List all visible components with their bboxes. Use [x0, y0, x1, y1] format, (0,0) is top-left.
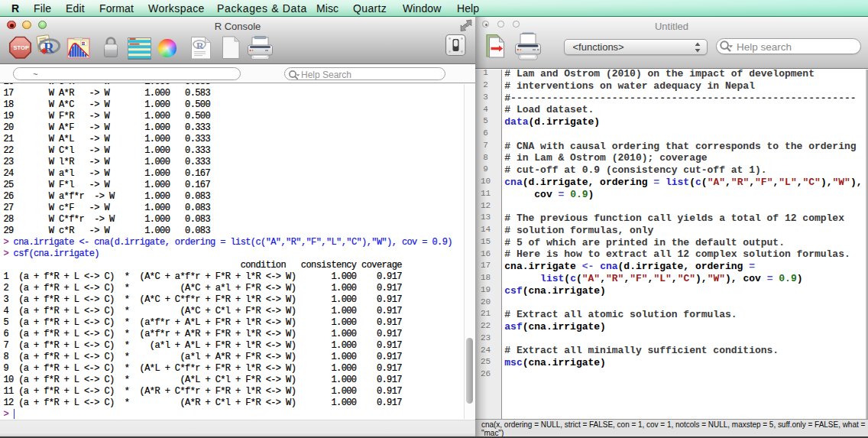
svg-text:R: R: [44, 40, 54, 56]
svg-text:STOP: STOP: [14, 44, 29, 51]
svg-text:R: R: [196, 40, 204, 51]
